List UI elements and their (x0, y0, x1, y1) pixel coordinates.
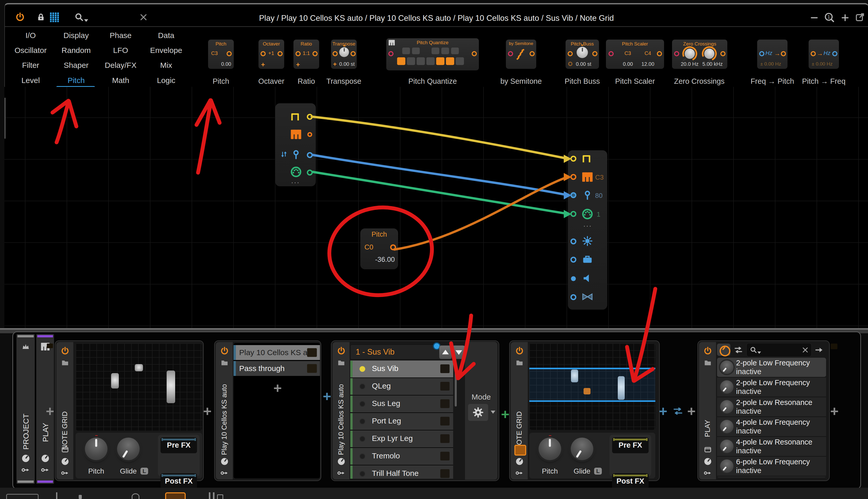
modulator-row[interactable]: 2-pole Low Resonanceinactive (717, 397, 826, 417)
routing-icon[interactable] (703, 469, 713, 477)
post-fx-button[interactable]: Post FX (160, 473, 197, 489)
add-device-button-blue[interactable]: + (323, 391, 331, 401)
pitch-buss-knob[interactable] (576, 47, 588, 58)
layer-row[interactable]: Pass through (234, 361, 320, 376)
note-display[interactable] (75, 343, 202, 431)
freq-low-knob[interactable] (680, 44, 699, 63)
glide-sync-badge[interactable]: L (594, 468, 602, 475)
prev-preset-button[interactable] (439, 345, 452, 359)
modulator-row[interactable]: 6-pole Low Resonanceinactive (717, 476, 826, 478)
in-port[interactable] (674, 51, 679, 56)
speaker-port[interactable] (571, 276, 576, 281)
category-display[interactable]: Display (54, 31, 98, 40)
window-icon[interactable] (703, 446, 712, 453)
preset-swatch[interactable] (440, 364, 450, 373)
next-preset-button[interactable] (452, 345, 465, 359)
pitch-node-out-port[interactable] (390, 244, 396, 250)
palette-pitch-quantize[interactable]: Pitch Quantize (386, 38, 479, 70)
in-port[interactable] (296, 51, 301, 56)
preset-swatch[interactable] (440, 434, 450, 443)
knob-mini-icon[interactable] (220, 457, 229, 466)
brightness-port[interactable] (570, 239, 576, 244)
note-out-node[interactable]: C3 80 1 ... (568, 150, 607, 309)
category-pitch[interactable]: Pitch (54, 76, 98, 85)
in-port[interactable] (388, 51, 393, 56)
category-oscillator[interactable]: Oscillator (14, 46, 47, 55)
range-line-bottom[interactable] (529, 400, 655, 402)
preset-swatch[interactable] (440, 399, 450, 408)
preset-row[interactable]: QLeg (350, 378, 453, 395)
preset-row[interactable]: Sus Leg (350, 395, 453, 412)
palette-zero-crossings[interactable]: Zero Crossings 20.0 Hz 5.00 kHz (672, 39, 727, 69)
preset-row[interactable]: Trill Half Tone (350, 465, 453, 479)
modulator-row[interactable]: 6-pole Low Frequencyinactive (717, 457, 826, 476)
crossfade-port[interactable] (570, 294, 576, 300)
range-line-top[interactable] (529, 368, 655, 369)
layer-swatch[interactable] (307, 348, 317, 357)
gate-in-port[interactable] (570, 156, 576, 162)
modulator-row-selected[interactable]: 2-pole Low Frequencyinactive (717, 358, 826, 377)
pitch-out-port[interactable] (307, 132, 312, 137)
out-port-freq[interactable] (832, 51, 837, 56)
category-logic[interactable]: Logic (147, 76, 186, 85)
open-window-icon[interactable] (855, 12, 865, 22)
more-ports[interactable]: ... (583, 223, 592, 226)
out-port[interactable] (530, 51, 535, 56)
add-device-button[interactable]: + (687, 406, 696, 416)
pre-fx-button[interactable]: Pre FX (612, 437, 649, 453)
glide-knob[interactable] (117, 438, 140, 460)
preset-swatch[interactable] (440, 382, 450, 391)
category-io[interactable]: I/O (14, 31, 47, 40)
palette-pitch-to-freq[interactable]: → Hz ± 0.00 Hz (809, 39, 839, 69)
quantize-key[interactable] (407, 57, 415, 65)
add-device-button[interactable]: + (46, 406, 54, 416)
knob-mini-icon[interactable] (40, 454, 50, 463)
category-data[interactable]: Data (147, 31, 186, 40)
glide-knob[interactable] (571, 438, 593, 460)
category-envelope[interactable]: Envelope (147, 46, 186, 55)
pitch-node-note[interactable]: C0 (365, 243, 373, 251)
quantize-key[interactable] (441, 48, 449, 54)
in-port[interactable] (568, 51, 573, 56)
category-mix[interactable]: Mix (147, 61, 186, 70)
out-port-pitch[interactable] (781, 51, 786, 56)
out-port[interactable] (472, 51, 477, 56)
add-device-button-blue[interactable]: + (659, 406, 667, 416)
folder-icon[interactable] (515, 359, 524, 367)
clear-search-icon[interactable] (802, 346, 809, 354)
modulator-row[interactable]: 2-pole Low Frequencyinactive (717, 377, 826, 397)
arrow-right-icon[interactable] (814, 345, 824, 355)
note-display[interactable] (529, 343, 655, 430)
window-icon[interactable] (61, 446, 69, 453)
routing-icon[interactable] (336, 469, 346, 477)
device-note-grid-2[interactable]: NOTE GRID Pitch Glide L Pre FX Post FX (509, 340, 660, 481)
routing-icon[interactable] (515, 469, 524, 477)
palette-transpose[interactable]: Transpose + 0.00 st (331, 39, 357, 69)
more-ports[interactable]: ... (291, 179, 300, 182)
pitch-knob[interactable] (85, 438, 107, 460)
routing-icon[interactable] (21, 466, 31, 474)
category-random[interactable]: Random (54, 46, 98, 55)
routing-icon[interactable] (60, 469, 70, 477)
palette-ratio[interactable]: Ratio 1:1 + (294, 39, 319, 69)
preset-swatch[interactable] (440, 417, 450, 426)
quantize-key-active[interactable] (446, 57, 454, 65)
zoom-in-icon[interactable] (841, 13, 849, 22)
in-port[interactable] (261, 51, 266, 56)
canvas-scrollbar[interactable] (4, 98, 5, 139)
power-icon[interactable] (515, 346, 524, 355)
category-shaper[interactable]: Shaper (54, 61, 98, 70)
knob-mini-icon[interactable] (21, 454, 30, 463)
mode-gear-button[interactable] (468, 404, 488, 421)
midi-in-port[interactable] (570, 211, 576, 217)
pre-fx-button[interactable]: Pre FX (160, 437, 197, 453)
modulator-search-box[interactable] (746, 343, 812, 357)
glide-sync-badge[interactable]: L (140, 468, 148, 475)
category-level[interactable]: Level (14, 76, 47, 85)
category-delayfx[interactable]: Delay/FX (101, 61, 140, 70)
power-icon[interactable] (337, 346, 346, 355)
routing-icon[interactable] (219, 469, 229, 477)
routing-icon[interactable] (40, 466, 50, 474)
device-selector-sus-vib[interactable]: Play 10 Cellos KS auto 1 - Sus Vib Sus V… (331, 340, 499, 481)
palette-by-semitone[interactable]: by Semitone (506, 39, 536, 69)
